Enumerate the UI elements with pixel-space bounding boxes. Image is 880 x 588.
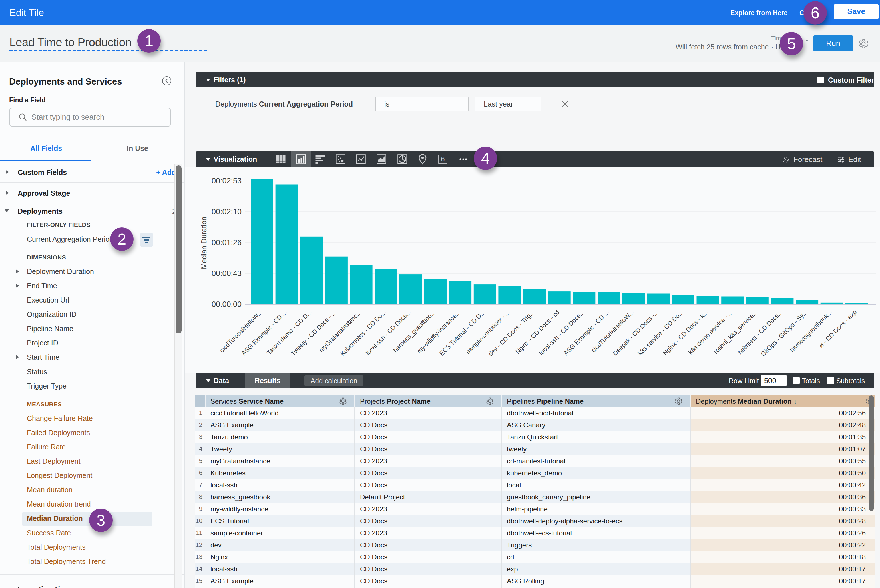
svg-text:00:02:10: 00:02:10	[212, 207, 242, 216]
svg-text:00:00:43: 00:00:43	[212, 269, 242, 278]
svg-text:Median Duration: Median Duration	[200, 217, 208, 269]
svg-text:00:02:53: 00:02:53	[212, 177, 242, 185]
svg-text:00:00:00: 00:00:00	[212, 300, 242, 309]
svg-text:00:01:26: 00:01:26	[212, 238, 242, 247]
